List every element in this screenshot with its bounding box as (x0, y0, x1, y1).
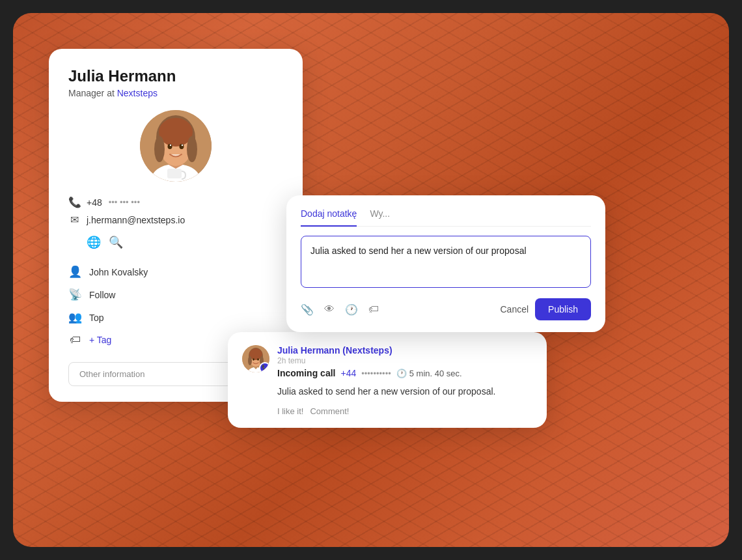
actions-row: 🌐 🔍 (87, 235, 283, 249)
activity-header: 📞 Julia Hermann (Nextsteps) 2h temu Inco… (242, 345, 532, 378)
profile-name: Julia Hermann (68, 67, 283, 85)
attachment-icon[interactable]: 📎 (301, 303, 314, 316)
activity-call-row: Incoming call +44 •••••••••• 🕐 5 min. 40… (277, 368, 532, 378)
svg-point-7 (168, 144, 172, 149)
svg-point-16 (248, 356, 252, 365)
phone-masked: ••• ••• ••• (109, 197, 140, 207)
avatar (140, 110, 212, 182)
profile-title: Manager at Nextsteps (68, 88, 283, 98)
tag-icon: 🏷 (68, 333, 81, 346)
activity-time: 2h temu (277, 356, 532, 365)
follow-label: Follow (89, 290, 115, 300)
feed-icon: 📡 (68, 288, 81, 301)
activity-user-name: Julia Hermann (Nextsteps) (277, 345, 532, 356)
note-actions: Cancel Publish (500, 298, 591, 320)
svg-point-9 (170, 145, 171, 146)
tag-label: + Tag (89, 335, 111, 345)
tab-add-note[interactable]: Dodaj notatkę (301, 208, 357, 227)
avatar-container (68, 110, 283, 182)
email-icon: ✉ (68, 214, 80, 226)
svg-point-5 (154, 136, 165, 162)
publish-button[interactable]: Publish (535, 298, 591, 320)
note-card: Dodaj notatkę Wy... 📎 👁 🕐 🏷 Cancel Publi… (286, 195, 605, 332)
activity-duration: 🕐 5 min. 40 sec. (396, 369, 462, 378)
contact-info: 📞 +48 ••• ••• ••• ✉ j.hermann@nextsteps.… (68, 196, 283, 226)
eye-icon[interactable]: 👁 (324, 303, 335, 316)
assigned-user-name: John Kovalsky (89, 267, 148, 277)
assigned-user-item[interactable]: 👤 John Kovalsky (68, 261, 283, 283)
comment-button[interactable]: Comment! (310, 406, 349, 416)
activity-phone-masked: •••••••••• (361, 369, 391, 378)
duration-text: 5 min. 40 sec. (409, 369, 462, 378)
svg-point-10 (182, 145, 183, 146)
top-label: Top (89, 313, 104, 323)
email-row: ✉ j.hermann@nextsteps.io (68, 214, 283, 226)
phone-row: 📞 +48 ••• ••• ••• (68, 196, 283, 208)
note-toolbar: 📎 👁 🕐 🏷 Cancel Publish (301, 298, 591, 320)
top-item[interactable]: 👥 Top (68, 307, 283, 328)
svg-point-6 (187, 136, 197, 162)
globe-icon[interactable]: 🌐 (87, 235, 101, 249)
group-icon: 👥 (68, 311, 81, 324)
note-tools: 📎 👁 🕐 🏷 (301, 303, 500, 316)
activity-phone-prefix: +44 (340, 368, 356, 378)
company-link[interactable]: Nextsteps (117, 88, 158, 98)
call-badge-icon: 📞 (259, 362, 269, 372)
incoming-call-label: Incoming call (277, 368, 335, 378)
tab-wy[interactable]: Wy... (370, 208, 390, 227)
svg-rect-11 (167, 169, 182, 178)
cancel-button[interactable]: Cancel (500, 304, 529, 315)
note-textarea[interactable] (301, 236, 591, 288)
activity-card: 📞 Julia Hermann (Nextsteps) 2h temu Inco… (228, 332, 547, 428)
activity-footer: I like it! Comment! (242, 406, 532, 416)
note-tabs: Dodaj notatkę Wy... (301, 208, 591, 227)
activity-meta: Julia Hermann (Nextsteps) 2h temu Incomi… (277, 345, 532, 378)
svg-point-18 (253, 358, 254, 361)
phone-icon: 📞 (68, 196, 80, 208)
svg-point-19 (257, 358, 259, 361)
clock-icon-small: 🕐 (396, 369, 407, 378)
search-icon[interactable]: 🔍 (109, 235, 123, 249)
clock-icon[interactable]: 🕐 (345, 303, 358, 316)
email-address: j.hermann@nextsteps.io (87, 215, 185, 225)
svg-point-8 (180, 144, 184, 149)
follow-item[interactable]: 📡 Follow (68, 284, 283, 305)
like-button[interactable]: I like it! (277, 406, 303, 416)
activity-body: Julia asked to send her a new version of… (242, 385, 532, 399)
label-icon[interactable]: 🏷 (368, 303, 379, 316)
svg-point-4 (159, 118, 193, 147)
user-icon: 👤 (68, 265, 81, 279)
activity-avatar: 📞 (242, 345, 269, 372)
